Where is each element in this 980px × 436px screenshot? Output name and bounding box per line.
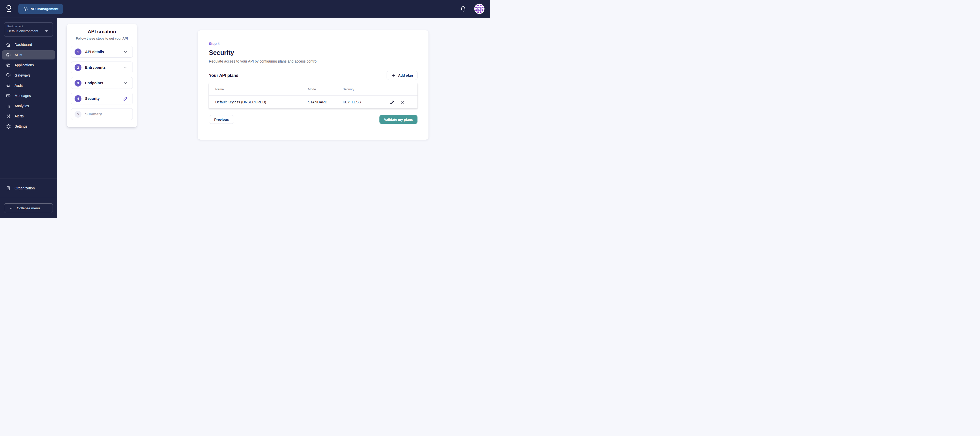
- step-expand-button[interactable]: [118, 62, 132, 73]
- gravitee-logo[interactable]: [6, 5, 11, 13]
- collapse-icon: [9, 206, 13, 210]
- sidebar-nav: Dashboard APIs Applications: [0, 40, 57, 131]
- chevron-down-icon: [123, 80, 128, 86]
- edit-pencil-icon: [390, 100, 395, 105]
- sidebar-item-label: Analytics: [14, 104, 29, 108]
- plus-icon: [391, 73, 396, 78]
- user-avatar[interactable]: [474, 3, 485, 14]
- organization-icon: [6, 186, 11, 191]
- page-description: Regulate access to your API by configuri…: [209, 59, 417, 63]
- plans-heading: Your API plans: [209, 73, 239, 78]
- step-expand-button[interactable]: [118, 46, 132, 57]
- sidebar-item-label: Settings: [14, 124, 27, 128]
- product-badge-label: API Management: [31, 7, 59, 11]
- sidebar-item-apis[interactable]: APIs: [2, 50, 55, 59]
- step-entrypoints[interactable]: 2 Entrypoints: [71, 62, 133, 73]
- sidebar-item-dashboard[interactable]: Dashboard: [2, 40, 55, 49]
- close-icon: [400, 100, 405, 105]
- gear-icon: [6, 124, 11, 129]
- sidebar-item-messages[interactable]: Messages: [2, 91, 55, 100]
- add-plan-button[interactable]: Add plan: [387, 71, 417, 80]
- chevron-down-icon: [45, 30, 48, 32]
- previous-button[interactable]: Previous: [209, 115, 234, 124]
- chevron-down-icon: [123, 65, 128, 70]
- remove-plan-button[interactable]: [400, 100, 405, 105]
- step-label: Entrypoints: [85, 65, 106, 70]
- step-number-badge: 3: [75, 80, 81, 86]
- stepper-subtitle: Follow these steps to get your API: [67, 37, 137, 40]
- column-header-name: Name: [209, 88, 308, 91]
- applications-icon: [6, 62, 11, 68]
- sidebar-item-label: APIs: [14, 53, 22, 57]
- steps-list: 1 API details 2 Entrypoints 3 Endpoints: [71, 46, 133, 120]
- bar-chart-icon: [6, 103, 11, 109]
- step-label: Endpoints: [85, 81, 103, 85]
- step-number-badge: 1: [75, 48, 81, 56]
- step-endpoints[interactable]: 3 Endpoints: [71, 77, 133, 89]
- sidebar-item-applications[interactable]: Applications: [2, 60, 55, 70]
- step-indicator: Step 4: [209, 41, 417, 46]
- sidebar-item-label: Organization: [14, 186, 35, 190]
- environment-label: Environment: [7, 25, 49, 28]
- sidebar-item-audit[interactable]: Audit: [2, 81, 55, 90]
- step-summary: 5 Summary: [71, 108, 133, 120]
- edit-plan-button[interactable]: [390, 100, 395, 105]
- column-header-security: Security: [343, 88, 390, 91]
- gear-icon: [23, 6, 28, 11]
- step-number-badge: 2: [75, 64, 81, 71]
- home-icon: [6, 42, 11, 48]
- table-row: Default Keyless (UNSECURED) STANDARD KEY…: [209, 96, 417, 108]
- step-security[interactable]: 4 Security: [71, 93, 133, 104]
- message-icon: [6, 93, 11, 99]
- step-number-badge: 5: [75, 111, 81, 118]
- step-label: API details: [85, 50, 104, 54]
- main-area: API creation Follow these steps to get y…: [57, 18, 490, 218]
- api-creation-stepper-card: API creation Follow these steps to get y…: [67, 24, 137, 127]
- sidebar-item-label: Applications: [14, 63, 34, 67]
- collapse-menu-button[interactable]: Collapse menu: [4, 204, 53, 213]
- cloud-upload-icon: [6, 53, 11, 58]
- sidebar-item-organization[interactable]: Organization: [0, 178, 57, 198]
- stepper-title: API creation: [67, 29, 137, 35]
- environment-selector[interactable]: Environment Default environment: [4, 22, 53, 37]
- sidebar-item-gateways[interactable]: Gateways: [2, 71, 55, 80]
- sidebar-item-analytics[interactable]: Analytics: [2, 101, 55, 111]
- sidebar-item-label: Audit: [14, 83, 23, 88]
- sidebar-item-label: Alerts: [14, 114, 24, 118]
- sidebar-item-label: Gateways: [14, 73, 30, 77]
- sidebar-item-settings[interactable]: Settings: [2, 122, 55, 131]
- plan-name: Default Keyless (UNSECURED): [209, 100, 308, 104]
- sidebar: Environment Default environment Dashboar…: [0, 18, 57, 218]
- chevron-down-icon: [123, 49, 128, 54]
- plan-mode: STANDARD: [308, 100, 343, 104]
- collapse-menu-label: Collapse menu: [17, 206, 40, 210]
- column-header-mode: Mode: [308, 88, 343, 91]
- sidebar-item-alerts[interactable]: Alerts: [2, 111, 55, 121]
- sidebar-item-label: Messages: [14, 94, 31, 98]
- step-label: Security: [85, 97, 100, 100]
- notifications-bell-icon[interactable]: [460, 6, 466, 12]
- environment-value: Default environment: [7, 29, 38, 33]
- validate-plans-button[interactable]: Validate my plans: [379, 115, 417, 124]
- sidebar-divider: [0, 198, 57, 198]
- edit-pencil-icon[interactable]: [123, 96, 128, 101]
- add-plan-label: Add plan: [398, 73, 413, 77]
- step-expand-button[interactable]: [118, 77, 132, 89]
- step-api-details[interactable]: 1 API details: [71, 46, 133, 58]
- audit-search-icon: [6, 83, 11, 88]
- plan-security: KEY_LESS: [343, 100, 390, 104]
- alarm-icon: [6, 114, 11, 119]
- plans-table: Name Mode Security Default Keyless (UNSE…: [209, 83, 417, 108]
- table-header-row: Name Mode Security: [209, 83, 417, 96]
- cloud-gateway-icon: [6, 73, 11, 78]
- top-bar: API Management: [0, 0, 490, 18]
- step-number-badge: 4: [75, 95, 81, 102]
- step-label: Summary: [85, 112, 102, 116]
- sidebar-item-label: Dashboard: [14, 43, 32, 47]
- page-title: Security: [209, 49, 417, 56]
- sidebar-spacer: [0, 131, 57, 178]
- security-step-card: Step 4 Security Regulate access to your …: [198, 30, 428, 140]
- product-badge-api-management[interactable]: API Management: [18, 4, 63, 14]
